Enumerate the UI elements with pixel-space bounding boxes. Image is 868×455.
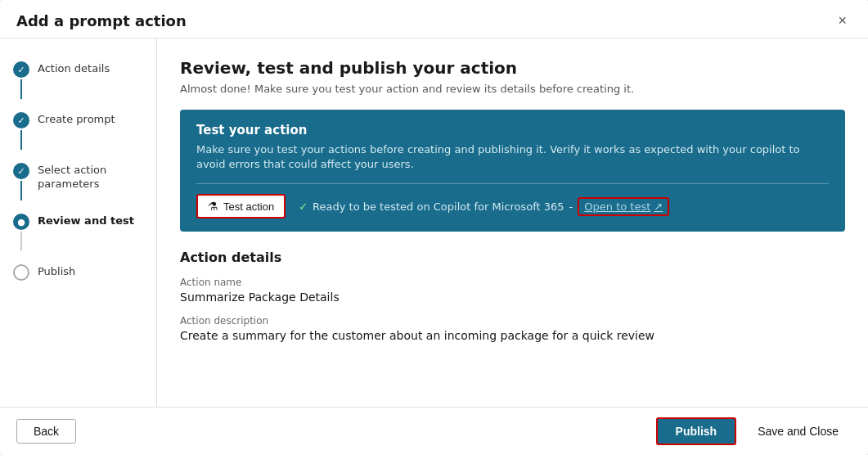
action-name-value: Summarize Package Details: [180, 291, 845, 304]
dialog-header: Add a prompt action ×: [0, 0, 868, 38]
test-card-description: Make sure you test your actions before c…: [196, 142, 829, 172]
close-button[interactable]: ×: [833, 11, 852, 29]
action-description-group: Action description Create a summary for …: [180, 315, 845, 342]
step-circle-2: ✓: [13, 112, 29, 128]
action-description-label: Action description: [180, 315, 845, 327]
open-test-label: Open to test: [584, 200, 650, 213]
action-details-section-title: Action details: [180, 250, 845, 265]
step-circle-5: [13, 264, 29, 281]
test-action-button[interactable]: ⚗ Test action: [196, 194, 286, 218]
step-indicator-4: ●: [13, 214, 29, 251]
main-subtitle: Almost done! Make sure you test your act…: [180, 83, 845, 95]
footer-right: Publish Save and Close: [656, 417, 852, 445]
test-card: Test your action Make sure you test your…: [180, 110, 845, 232]
action-description-value: Create a summary for the customer about …: [180, 329, 845, 342]
step-indicator-2: ✓: [13, 112, 29, 150]
open-to-test-link[interactable]: Open to test ↗: [578, 197, 669, 216]
step-indicator-1: ✓: [13, 61, 29, 99]
test-card-actions: ⚗ Test action ✓ Ready to be tested on Co…: [196, 194, 829, 218]
publish-button[interactable]: Publish: [656, 417, 737, 445]
sidebar-step-select-action-parameters[interactable]: ✓ Select action parameters: [0, 156, 156, 207]
step-label-1: Action details: [38, 61, 110, 76]
dialog-body: ✓ Action details ✓ Create prompt ✓ S: [0, 38, 868, 407]
step-line-2: [20, 130, 22, 150]
save-and-close-button[interactable]: Save and Close: [744, 419, 852, 444]
check-icon: ✓: [299, 200, 308, 213]
test-card-title: Test your action: [196, 123, 829, 137]
step-indicator-5: [13, 264, 29, 281]
step-label-2: Create prompt: [38, 112, 115, 127]
sidebar-step-action-details[interactable]: ✓ Action details: [0, 55, 156, 106]
step-circle-1: ✓: [13, 61, 29, 78]
external-link-icon: ↗: [654, 200, 663, 213]
step-line-4: [20, 232, 22, 251]
step-label-3: Select action parameters: [38, 163, 143, 191]
action-name-group: Action name Summarize Package Details: [180, 277, 845, 304]
action-name-label: Action name: [180, 277, 845, 288]
dialog-footer: Back Publish Save and Close: [0, 407, 868, 455]
step-circle-3: ✓: [13, 163, 29, 179]
step-circle-4: ●: [13, 214, 29, 230]
dialog: Add a prompt action × ✓ Action details ✓…: [0, 0, 868, 455]
flask-icon: ⚗: [208, 200, 218, 213]
step-line-1: [20, 79, 22, 99]
step-line-3: [20, 181, 22, 200]
main-content: Review, test and publish your action Alm…: [157, 38, 868, 407]
sidebar-step-review-and-test[interactable]: ● Review and test: [0, 207, 156, 258]
dialog-title: Add a prompt action: [16, 12, 187, 29]
main-title: Review, test and publish your action: [180, 58, 845, 78]
test-status: ✓ Ready to be tested on Copilot for Micr…: [299, 197, 669, 216]
test-separator: -: [569, 200, 573, 213]
test-status-text: Ready to be tested on Copilot for Micros…: [313, 200, 564, 213]
sidebar: ✓ Action details ✓ Create prompt ✓ S: [0, 38, 157, 407]
sidebar-step-create-prompt[interactable]: ✓ Create prompt: [0, 106, 156, 156]
step-label-4: Review and test: [38, 214, 134, 228]
test-action-label: Test action: [223, 200, 274, 213]
step-label-5: Publish: [38, 264, 75, 279]
back-button[interactable]: Back: [16, 419, 76, 444]
test-card-divider: [196, 183, 829, 184]
sidebar-step-publish[interactable]: Publish: [0, 258, 156, 287]
step-indicator-3: ✓: [13, 163, 29, 200]
